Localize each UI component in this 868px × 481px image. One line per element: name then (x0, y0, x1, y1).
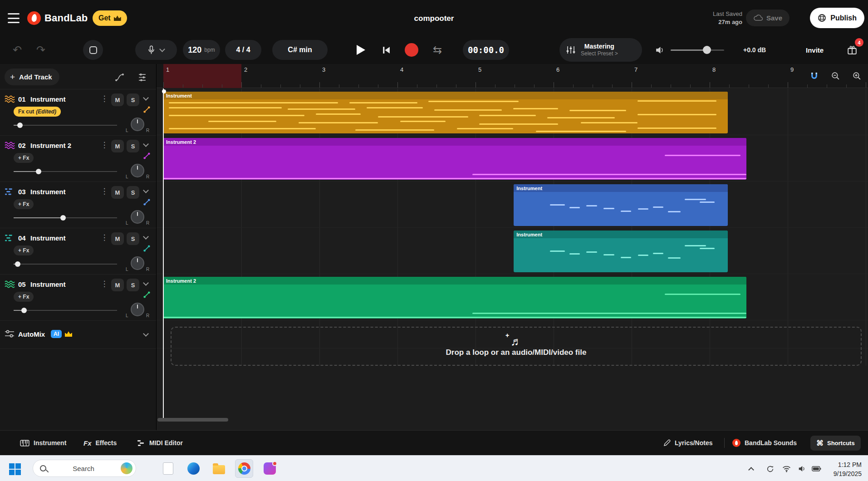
gift-button[interactable]: 4 (842, 40, 862, 60)
volume-knob[interactable] (17, 123, 23, 128)
pan-knob[interactable] (131, 164, 144, 177)
volume-knob[interactable] (60, 215, 66, 221)
track-row[interactable]: 03 Instrument ⋮ M S + Fx L R (0, 182, 156, 228)
taskbar-app-file[interactable] (159, 459, 177, 478)
loop-button[interactable]: ⇆ (427, 40, 447, 60)
horizontal-scrollbar[interactable] (157, 418, 228, 422)
fx-pill[interactable]: + Fx (14, 292, 34, 302)
clip-header[interactable]: Instrument (514, 231, 727, 238)
pan-knob[interactable] (131, 256, 144, 270)
record-button[interactable] (402, 40, 422, 60)
track-row[interactable]: 02 Instrument 2 ⋮ M S + Fx L R (0, 136, 156, 182)
lyrics-notes-button[interactable]: Lyrics/Notes (663, 431, 713, 455)
time-signature-control[interactable]: 4 / 4 (225, 40, 261, 60)
pan-knob[interactable] (131, 210, 144, 224)
clip[interactable]: Instrument 2 (163, 138, 746, 180)
menu-button[interactable] (6, 12, 21, 24)
solo-button[interactable]: S (127, 140, 139, 152)
midi-editor-tab[interactable]: MIDI Editor (137, 431, 183, 455)
routing-icon[interactable] (113, 71, 125, 83)
bandlab-logo[interactable]: BandLab (27, 11, 88, 25)
pan-knob[interactable] (131, 118, 144, 131)
tray-sync-icon[interactable] (763, 462, 777, 476)
solo-button[interactable]: S (127, 232, 139, 245)
taskbar-app-notification[interactable] (260, 459, 279, 478)
track-menu-button[interactable]: ⋮ (100, 94, 108, 103)
clip-header[interactable]: Instrument 2 (163, 277, 746, 285)
clip-header[interactable]: Instrument (514, 184, 727, 192)
chevron-down-icon[interactable] (143, 187, 149, 193)
save-button[interactable]: Save (746, 10, 790, 26)
instrument-selector[interactable] (135, 40, 177, 60)
chevron-down-icon[interactable] (143, 280, 149, 286)
clip[interactable]: Instrument 2 (163, 277, 746, 319)
bpm-control[interactable]: 120 bpm (183, 40, 220, 60)
clip[interactable]: Instrument (514, 184, 727, 226)
zoom-out-icon[interactable] (829, 69, 842, 83)
mute-button[interactable]: M (111, 140, 124, 152)
track-menu-button[interactable]: ⋮ (100, 233, 108, 242)
taskbar-app-edge[interactable] (184, 459, 202, 478)
tray-wifi-icon[interactable] (780, 462, 793, 476)
fx-chain-icon[interactable] (143, 106, 151, 113)
clip-header[interactable]: Instrument (163, 92, 728, 99)
track-row[interactable]: 01 Instrument ⋮ M S Fx cut (Edited) L R (0, 89, 156, 136)
solo-button[interactable]: S (127, 93, 139, 106)
taskbar-app-explorer[interactable] (210, 459, 228, 478)
volume-slider[interactable] (14, 215, 117, 221)
chevron-down-icon[interactable] (143, 95, 149, 101)
mute-button[interactable]: M (111, 93, 124, 106)
chevron-down-icon[interactable] (143, 331, 149, 337)
track-menu-button[interactable]: ⋮ (100, 187, 108, 196)
fx-pill[interactable]: + Fx (14, 199, 34, 209)
track-menu-button[interactable]: ⋮ (100, 279, 108, 289)
fx-pill[interactable]: Fx cut (Edited) (14, 107, 61, 117)
fx-pill[interactable]: + Fx (14, 153, 34, 163)
redo-button[interactable]: ↷ (32, 40, 50, 60)
timeline-ruler[interactable]: 123456789 (157, 64, 868, 88)
rewind-to-start-button[interactable] (376, 40, 396, 60)
play-button[interactable] (350, 40, 370, 60)
fx-chain-icon[interactable] (143, 245, 151, 252)
volume-slider[interactable] (14, 307, 117, 314)
automix-row[interactable]: AutoMix AI (0, 321, 156, 349)
shortcuts-button[interactable]: ⌘ Shortcuts (810, 436, 861, 451)
project-title[interactable]: compooter (414, 14, 454, 23)
playhead[interactable] (163, 88, 164, 418)
tray-show-hidden-icons[interactable] (744, 462, 758, 476)
clip-header[interactable]: Instrument 2 (163, 138, 746, 146)
playhead-marker[interactable] (162, 89, 166, 93)
taskbar-app-chrome[interactable] (235, 459, 253, 478)
pan-knob[interactable] (131, 303, 144, 316)
volume-slider[interactable] (14, 168, 117, 175)
snap-magnet-button[interactable] (807, 69, 821, 83)
fx-chain-icon[interactable] (143, 198, 151, 206)
effects-tab[interactable]: Fx Effects (83, 431, 117, 455)
clip[interactable]: Instrument (514, 231, 727, 272)
solo-button[interactable]: S (127, 279, 139, 291)
mute-button[interactable]: M (111, 232, 124, 245)
tray-battery-icon[interactable] (809, 462, 823, 476)
volume-slider[interactable] (14, 122, 117, 128)
tray-volume-icon[interactable] (795, 462, 809, 476)
volume-slider[interactable] (14, 261, 117, 267)
mixer-icon[interactable] (136, 71, 148, 83)
get-membership-button[interactable]: Get (93, 10, 127, 26)
mute-button[interactable]: M (111, 186, 124, 199)
solo-button[interactable]: S (127, 186, 139, 199)
instrument-tab[interactable]: Instrument (20, 431, 66, 455)
volume-knob[interactable] (21, 308, 27, 313)
track-row[interactable]: 05 Instrument ⋮ M S + Fx L R (0, 275, 156, 321)
volume-knob[interactable] (15, 261, 20, 267)
start-button[interactable] (8, 462, 22, 476)
chevron-down-icon[interactable] (143, 234, 149, 240)
track-row[interactable]: 04 Instrument ⋮ M S + Fx L R (0, 228, 156, 275)
dropzone[interactable]: +♬ Drop a loop or an audio/MIDI/video fi… (171, 327, 862, 366)
volume-knob[interactable] (36, 169, 41, 174)
key-signature-control[interactable]: C# min (272, 40, 328, 60)
chevron-down-icon[interactable] (143, 141, 149, 147)
taskbar-search[interactable]: Search (33, 460, 136, 477)
master-volume-slider[interactable] (671, 49, 724, 51)
fx-chain-icon[interactable] (143, 152, 151, 160)
taskbar-clock[interactable]: 1:12 PM 9/19/2025 (834, 460, 862, 479)
